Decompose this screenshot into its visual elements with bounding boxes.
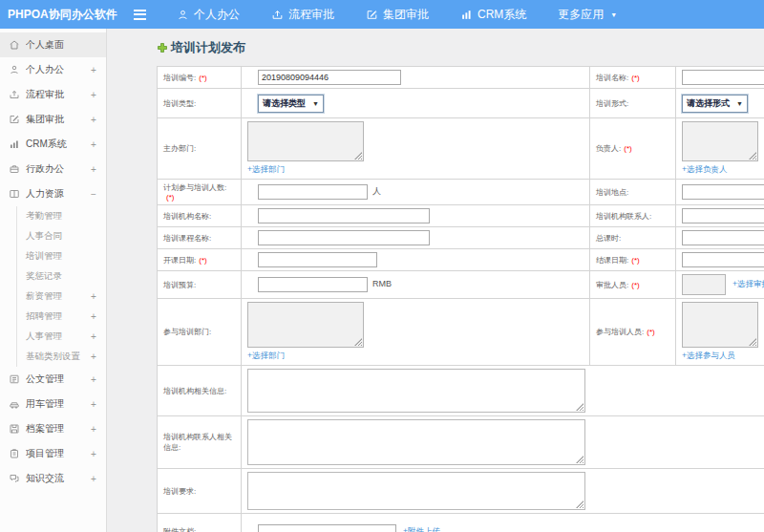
submenu-item-rewards[interactable]: 奖惩记录 xyxy=(17,266,106,287)
chat-icon xyxy=(9,473,20,484)
field-label: 培训地点: xyxy=(596,188,628,197)
sidebar-item-knowledge[interactable]: 知识交流 + xyxy=(0,466,106,491)
org-contact-info-textarea[interactable] xyxy=(247,419,585,465)
expand-toggle[interactable]: + xyxy=(90,65,97,75)
required-mark: (*) xyxy=(631,281,639,289)
sidebar-item-projects[interactable]: 项目管理 + xyxy=(0,441,106,466)
nav-personal-office[interactable]: 个人办公 xyxy=(177,7,240,23)
sidebar-item-archives[interactable]: 档案管理 + xyxy=(0,416,106,441)
expand-toggle[interactable]: + xyxy=(90,139,97,150)
form-row: 培训要求: xyxy=(158,469,764,514)
join-people-textarea[interactable] xyxy=(682,302,758,348)
nav-group-approval[interactable]: 集团审批 xyxy=(366,7,429,23)
end-date-input[interactable] xyxy=(682,252,764,267)
currency-suffix: RMB xyxy=(372,279,392,288)
select-participants-link[interactable]: +选择参与人员 xyxy=(682,351,735,362)
clipboard-icon xyxy=(9,448,20,459)
form-row: 培训编号:(*) 培训名称:(*) xyxy=(158,67,764,89)
form-row: 培训机构名称: 培训机构联系人: xyxy=(158,205,764,227)
start-date-input[interactable] xyxy=(258,252,377,267)
edit-square-icon xyxy=(9,114,20,125)
org-contact-input[interactable] xyxy=(682,208,764,223)
form-row: 培训机构联系人相关信息: xyxy=(158,416,764,469)
form-row: 开课日期:(*) 结课日期:(*) xyxy=(158,249,764,271)
submenu-item-label: 招聘管理 xyxy=(26,310,90,323)
sidebar-item-desktop[interactable]: 个人桌面 xyxy=(0,32,106,57)
expand-toggle[interactable]: + xyxy=(90,399,97,410)
total-hours-input[interactable] xyxy=(682,230,764,245)
select-department-link[interactable]: +选择部门 xyxy=(247,164,285,176)
select-approver-link[interactable]: +选择审批人员 xyxy=(732,279,764,290)
select-value: 请选择形式 xyxy=(687,97,730,110)
field-label: 培训要求: xyxy=(163,487,196,496)
training-number-input[interactable] xyxy=(258,70,401,85)
sidebar-item-crm[interactable]: CRM系统 + xyxy=(0,132,106,157)
submenu-item-personnel[interactable]: 人事管理 + xyxy=(17,327,106,347)
sidebar: 个人桌面 个人办公 + 流程审批 + 集团审批 + CRM系统 + 行政办公 + xyxy=(0,29,107,532)
sidebar-item-label: 人力资源 xyxy=(26,187,84,201)
requirement-textarea[interactable] xyxy=(247,472,585,510)
training-mode-select[interactable]: 请选择形式▼ xyxy=(682,95,748,113)
planned-count-input[interactable] xyxy=(258,184,368,200)
form-row: 培训机构相关信息: xyxy=(158,366,764,416)
leader-textarea[interactable] xyxy=(682,121,758,161)
location-input[interactable] xyxy=(682,184,764,200)
select-department-link[interactable]: +选择部门 xyxy=(247,351,285,362)
submenu-item-recruitment[interactable]: 招聘管理 + xyxy=(17,307,106,327)
expand-toggle[interactable]: + xyxy=(90,351,97,362)
expand-toggle[interactable]: + xyxy=(90,374,97,385)
submenu-item-attendance[interactable]: 考勤管理 xyxy=(17,206,106,226)
expand-toggle[interactable]: + xyxy=(90,474,97,484)
training-type-select[interactable]: 请选择类型▼ xyxy=(258,95,324,113)
expand-toggle[interactable]: + xyxy=(90,291,97,302)
expand-toggle[interactable]: + xyxy=(90,311,97,322)
sidebar-item-workflow-approval[interactable]: 流程审批 + xyxy=(0,82,106,107)
sidebar-item-label: 集团审批 xyxy=(26,113,84,126)
attachment-input[interactable] xyxy=(258,524,396,532)
approver-box[interactable] xyxy=(682,274,726,295)
budget-input[interactable] xyxy=(258,277,368,292)
expand-toggle[interactable]: + xyxy=(90,90,97,100)
form-row: 附件文档: +附件上传 xyxy=(158,514,764,532)
expand-toggle[interactable]: + xyxy=(90,164,97,175)
menu-toggle-icon[interactable] xyxy=(134,10,146,20)
submenu-item-base-category[interactable]: 基础类别设置 + xyxy=(17,347,106,367)
expand-toggle[interactable]: + xyxy=(90,115,97,125)
sidebar-item-label: 档案管理 xyxy=(26,422,84,436)
upload-tray-icon xyxy=(271,9,284,21)
org-info-textarea[interactable] xyxy=(247,369,585,413)
select-leader-link[interactable]: +选择负责人 xyxy=(682,164,727,176)
sidebar-item-hr[interactable]: 人力资源 − xyxy=(0,181,106,206)
sidebar-item-official-docs[interactable]: 公文管理 + xyxy=(0,367,106,392)
submenu-item-training[interactable]: 培训管理 xyxy=(17,246,106,266)
topbar: PHPOA协同办公软件 个人办公 流程审批 集团审批 CRM系统 更多应用 ▼ xyxy=(0,0,764,29)
host-department-textarea[interactable] xyxy=(247,121,364,161)
submenu-item-hr-contract[interactable]: 人事合同 xyxy=(17,226,106,246)
required-mark: (*) xyxy=(631,256,639,265)
required-mark: (*) xyxy=(199,74,206,82)
submenu-item-salary[interactable]: 薪资管理 + xyxy=(17,287,106,307)
sidebar-item-vehicle[interactable]: 用车管理 + xyxy=(0,392,106,416)
collapse-toggle[interactable]: − xyxy=(90,189,97,200)
expand-toggle[interactable]: + xyxy=(90,424,97,435)
nav-more-apps[interactable]: 更多应用 ▼ xyxy=(558,7,617,23)
training-name-input[interactable] xyxy=(682,70,764,85)
submenu-item-label: 人事合同 xyxy=(26,230,90,243)
join-department-textarea[interactable] xyxy=(247,302,364,348)
expand-toggle[interactable]: + xyxy=(90,449,97,459)
sidebar-item-label: CRM系统 xyxy=(26,138,84,151)
course-name-input[interactable] xyxy=(258,230,430,245)
field-label: 培训预算: xyxy=(163,281,196,289)
org-name-input[interactable] xyxy=(258,208,430,223)
expand-toggle[interactable]: + xyxy=(90,331,97,342)
nav-workflow-approval[interactable]: 流程审批 xyxy=(271,7,334,23)
form-row: 培训预算: RMB 审批人员:(*) +选择审批人员 xyxy=(158,271,764,299)
sidebar-item-personal-office[interactable]: 个人办公 + xyxy=(0,57,106,82)
sidebar-item-admin-office[interactable]: 行政办公 + xyxy=(0,157,106,181)
nav-crm-system[interactable]: CRM系统 xyxy=(460,7,526,23)
submenu-item-label: 奖惩记录 xyxy=(26,270,90,283)
sidebar-item-group-approval[interactable]: 集团审批 + xyxy=(0,107,106,132)
field-label: 培训机构联系人相关信息: xyxy=(163,433,232,452)
attachment-upload-link[interactable]: +附件上传 xyxy=(403,526,440,532)
main-content: 培训计划发布 培训编号:(*) 培训名称:(*) 培训类型: 请选择类型▼ 培训… xyxy=(107,29,764,532)
